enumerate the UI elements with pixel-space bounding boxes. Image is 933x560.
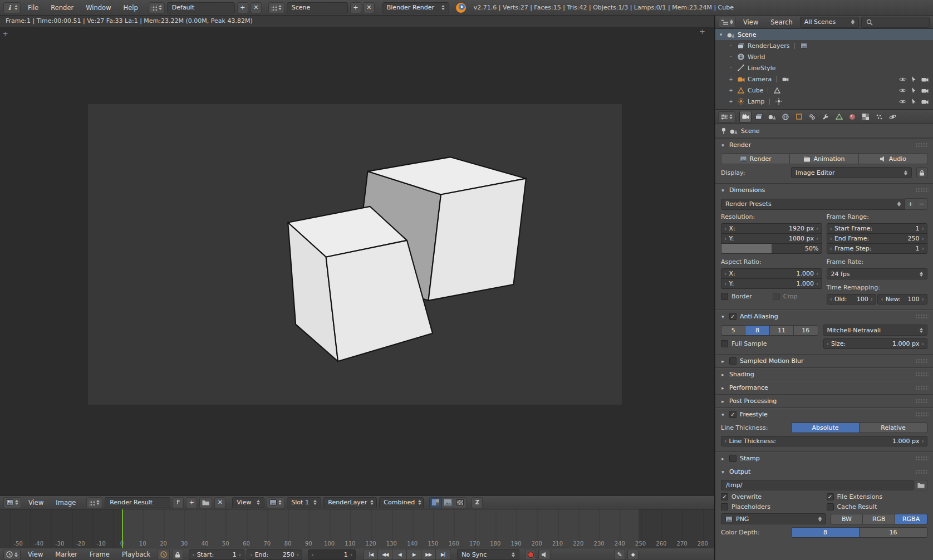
placeholders-checkbox[interactable]: Placeholders (721, 503, 822, 510)
disclosure-triangle[interactable] (720, 469, 726, 475)
jump-to-end-button[interactable]: ▶| (436, 549, 450, 560)
draw-rgba-button[interactable] (429, 497, 442, 508)
editor-type-select-outliner[interactable] (719, 17, 736, 28)
outliner-row-scene[interactable]: Scene (715, 29, 933, 40)
render-animation-button[interactable]: Animation (790, 153, 858, 164)
render-display-dropdown[interactable]: Image Editor (791, 167, 912, 178)
thickness-absolute-button[interactable]: Absolute (792, 423, 860, 433)
add-scene-button[interactable]: + (350, 2, 361, 13)
open-image-button[interactable] (199, 497, 212, 508)
draw-rgb-button[interactable] (442, 497, 454, 508)
outliner-row-lamp[interactable]: + Lamp (715, 96, 933, 107)
aspect-x-field[interactable]: X:1.000 (721, 268, 822, 279)
tab-physics[interactable] (886, 111, 898, 122)
aa-samples-8[interactable]: 8 (745, 326, 769, 335)
display-scope-dropdown[interactable]: All Scenes (800, 17, 859, 28)
resolution-x-field[interactable]: X:1920 px (721, 223, 822, 234)
image-display-settings-button[interactable] (267, 497, 284, 508)
panel-drag-grip[interactable] (915, 358, 929, 363)
tab-modifiers[interactable] (819, 111, 832, 122)
use-preview-range-button[interactable] (158, 549, 170, 560)
av-sync-dropdown[interactable]: No Sync (457, 549, 519, 560)
render-layer-dropdown[interactable]: RenderLayer (323, 497, 377, 508)
panel-header-antialiasing[interactable]: Anti-Aliasing (715, 310, 933, 323)
color-mode-rgb-button[interactable]: RGB (863, 514, 895, 524)
file-extensions-checkbox[interactable]: File Extensions (827, 493, 928, 500)
auto-keyframe-record-button[interactable] (525, 549, 536, 560)
visibility-eye-icon[interactable] (899, 99, 906, 104)
delete-layout-button[interactable]: ✕ (251, 2, 262, 13)
disclosure-triangle[interactable] (720, 385, 726, 391)
panel-drag-grip[interactable] (915, 385, 929, 390)
resolution-y-field[interactable]: Y:1080 px (721, 233, 822, 244)
panel-drag-grip[interactable] (915, 399, 929, 404)
draw-alpha-button[interactable] (454, 497, 466, 508)
color-mode-rgba-button[interactable]: RGBA (895, 514, 927, 524)
selectability-cursor-icon[interactable] (911, 99, 916, 105)
play-reverse-button[interactable]: ◀ (392, 549, 407, 560)
frame-step-field[interactable]: Frame Step:1 (827, 243, 928, 254)
menu-playback[interactable]: Playback (117, 549, 155, 560)
motion-blur-enable-checkbox[interactable] (729, 357, 736, 365)
aa-samples-11[interactable]: 11 (770, 326, 794, 335)
panel-header-render[interactable]: Render (715, 138, 933, 151)
visibility-eye-icon[interactable] (899, 88, 906, 93)
expand-plus[interactable]: + (728, 76, 734, 82)
menu-view[interactable]: View (738, 17, 763, 28)
disclosure-triangle[interactable] (720, 399, 726, 404)
unlink-image-button[interactable]: ✕ (214, 497, 225, 508)
remove-preset-button[interactable]: − (916, 198, 927, 210)
panel-drag-grip[interactable] (915, 143, 929, 148)
expand-plus[interactable]: + (728, 99, 734, 104)
play-button[interactable]: ▶ (407, 549, 421, 560)
expand-plus[interactable]: + (728, 87, 734, 93)
editor-type-select-image[interactable] (3, 497, 21, 508)
menu-marker[interactable]: Marker (50, 549, 82, 560)
disclosure-triangle[interactable] (720, 456, 726, 461)
panel-drag-grip[interactable] (915, 372, 929, 377)
selectability-cursor-icon[interactable] (911, 76, 916, 82)
tab-world[interactable] (779, 111, 792, 122)
audio-mute-button[interactable] (538, 549, 551, 560)
browse-scenes-button[interactable] (268, 2, 284, 13)
panel-header-freestyle[interactable]: Freestyle (715, 407, 933, 421)
panel-header-performance[interactable]: Performance (715, 381, 933, 394)
frame-rate-dropdown[interactable]: 24 fps (827, 268, 928, 279)
delete-scene-button[interactable]: ✕ (364, 2, 375, 13)
menu-window[interactable]: Window (81, 2, 116, 13)
tab-render[interactable] (739, 111, 752, 122)
editor-type-select-properties[interactable] (718, 111, 735, 122)
current-frame-field[interactable]: 1 (308, 549, 356, 560)
disclosure-triangle[interactable] (720, 358, 726, 364)
add-layout-button[interactable]: + (237, 2, 248, 13)
time-remap-old-field[interactable]: Old:100 (827, 294, 877, 304)
outliner-row-cube[interactable]: + Cube (715, 85, 933, 96)
border-checkbox[interactable]: Border (721, 293, 770, 300)
disclosure-triangle[interactable] (718, 32, 724, 37)
outliner-row-camera[interactable]: + Camera (715, 73, 933, 85)
view-dropdown[interactable]: View (232, 497, 264, 508)
thickness-relative-button[interactable]: Relative (860, 423, 927, 433)
panel-drag-grip[interactable] (915, 188, 929, 193)
area-split-handle[interactable]: + (2, 30, 8, 37)
tab-object[interactable] (793, 111, 805, 122)
file-format-dropdown[interactable]: PNG (721, 513, 826, 524)
aa-samples-16[interactable]: 16 (794, 326, 817, 335)
output-path-field[interactable]: /tmp/ (721, 480, 914, 490)
antialiasing-enable-checkbox[interactable] (729, 313, 736, 320)
render-audio-button[interactable]: Audio (859, 153, 927, 164)
menu-help[interactable]: Help (119, 2, 143, 13)
menu-file[interactable]: File (23, 2, 43, 13)
aa-samples-5[interactable]: 5 (721, 326, 745, 335)
disclosure-triangle[interactable] (720, 412, 726, 417)
disclosure-triangle[interactable] (720, 372, 726, 377)
aa-size-field[interactable]: Size:1.000 px (823, 338, 928, 349)
tab-texture[interactable] (860, 111, 872, 122)
editor-type-select-info[interactable]: i (3, 2, 21, 13)
panel-header-sampled-motion-blur[interactable]: Sampled Motion Blur (715, 354, 933, 367)
insert-keyframe-button[interactable]: ◆ (627, 549, 639, 560)
tab-render-layers[interactable] (753, 111, 765, 122)
menu-search[interactable]: Search (765, 17, 798, 28)
lock-time-button[interactable] (172, 549, 183, 560)
tab-constraints[interactable] (806, 111, 818, 122)
